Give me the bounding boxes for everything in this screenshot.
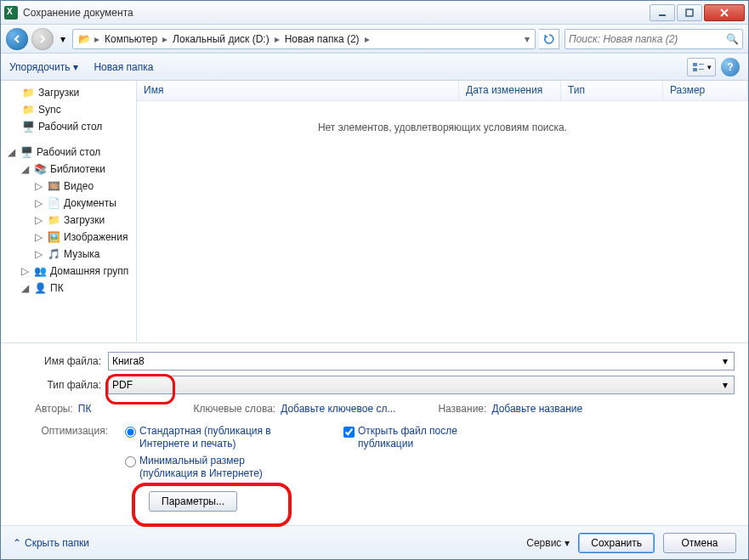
authors-label: Авторы:: [35, 403, 73, 415]
cancel-button[interactable]: Отмена: [663, 533, 736, 553]
filetype-combo[interactable]: PDF ▾: [108, 376, 735, 394]
folder-icon: 📁: [21, 86, 35, 99]
tree-desktop-root[interactable]: ◢🖥️Рабочий стол: [1, 144, 136, 161]
navbar: ▾ 📂 ▸ Компьютер ▸ Локальный диск (D:) ▸ …: [1, 25, 748, 54]
homegroup-icon: 👥: [33, 264, 47, 278]
organize-menu[interactable]: Упорядочить ▾: [9, 61, 78, 73]
chevron-down-icon[interactable]: ▾: [718, 354, 732, 368]
main-area: 📁Загрузки 📁Sync 🖥️Рабочий стол ◢🖥️Рабочи…: [1, 81, 748, 342]
service-label: Сервис: [526, 537, 561, 549]
window-title: Сохранение документа: [23, 7, 648, 19]
tree-pc[interactable]: ◢👤ПК: [1, 280, 136, 297]
filetype-value: PDF: [112, 379, 133, 391]
tree-label: Рабочий стол: [37, 146, 100, 158]
breadcrumb-sep-icon[interactable]: ▸: [161, 33, 169, 45]
caret-icon[interactable]: ▷: [35, 197, 43, 209]
caret-icon[interactable]: ◢: [21, 163, 30, 175]
keywords-link[interactable]: Добавьте ключевое сл...: [281, 403, 395, 415]
refresh-button[interactable]: [539, 29, 559, 49]
titlebar: Сохранение документа: [1, 1, 748, 25]
folder-root-icon[interactable]: 📂: [77, 33, 93, 45]
breadcrumb-dropdown-icon[interactable]: ▾: [523, 33, 531, 45]
filename-input[interactable]: [112, 355, 730, 367]
col-type[interactable]: Тип: [561, 81, 663, 100]
breadcrumb-sep-icon[interactable]: ▸: [363, 33, 372, 45]
opt-standard-radio[interactable]: Стандартная (публикация в Интернете и пе…: [125, 425, 292, 451]
tree-sync[interactable]: 📁Sync: [1, 101, 136, 118]
history-dropdown[interactable]: ▾: [57, 28, 69, 50]
title-link[interactable]: Добавьте название: [491, 403, 582, 415]
image-icon: 🖼️: [47, 230, 60, 244]
back-button[interactable]: [6, 28, 28, 50]
view-mode-button[interactable]: ▾: [687, 58, 716, 76]
breadcrumb-sep-icon[interactable]: ▸: [273, 33, 281, 45]
help-button[interactable]: ?: [721, 58, 740, 76]
breadcrumb-computer[interactable]: Компьютер: [101, 33, 161, 45]
search-box[interactable]: 🔍: [565, 29, 743, 49]
organize-label: Упорядочить: [9, 61, 70, 73]
folder-tree[interactable]: 📁Загрузки 📁Sync 🖥️Рабочий стол ◢🖥️Рабочи…: [1, 81, 137, 342]
chevron-down-icon: ▾: [707, 63, 712, 71]
minimize-button[interactable]: [650, 4, 675, 21]
filename-combo[interactable]: ▾: [108, 352, 735, 371]
file-list: Имя Дата изменения Тип Размер Нет элемен…: [137, 81, 748, 342]
forward-button[interactable]: [31, 28, 54, 50]
save-button[interactable]: Сохранить: [578, 533, 655, 553]
close-button[interactable]: [704, 4, 745, 21]
col-date[interactable]: Дата изменения: [459, 81, 561, 100]
new-folder-label: Новая папка: [94, 61, 153, 73]
chevron-down-icon: ▾: [565, 537, 570, 549]
tree-images[interactable]: ▷🖼️Изображения: [1, 229, 136, 246]
svg-rect-5: [699, 69, 704, 70]
tree-video[interactable]: ▷🎞️Видео: [1, 178, 136, 195]
radio-minimal[interactable]: [125, 456, 136, 467]
tree-documents[interactable]: ▷📄Документы: [1, 195, 136, 212]
tree-desktop[interactable]: 🖥️Рабочий стол: [1, 118, 136, 135]
chevron-down-icon[interactable]: ▾: [718, 378, 732, 392]
caret-icon[interactable]: ▷: [35, 214, 43, 226]
caret-icon[interactable]: ◢: [21, 282, 30, 294]
search-input[interactable]: [569, 33, 726, 45]
tree-label: Изображения: [64, 231, 128, 243]
authors-link[interactable]: ПК: [78, 403, 92, 415]
breadcrumb-sep-icon[interactable]: ▸: [93, 33, 101, 45]
opt-min-radio[interactable]: Минимальный размер (публикация в Интерне…: [125, 455, 292, 481]
search-icon[interactable]: 🔍: [726, 33, 739, 45]
tree-label: Загрузки: [38, 87, 79, 99]
tree-label: Музыка: [64, 248, 99, 260]
video-icon: 🎞️: [47, 179, 60, 193]
maximize-button[interactable]: [677, 4, 702, 21]
caret-icon[interactable]: ▷: [35, 248, 43, 260]
open-after-check[interactable]: Открыть файл после публикации: [343, 425, 494, 451]
breadcrumb-drive[interactable]: Локальный диск (D:): [169, 33, 273, 45]
tree-label: Документы: [64, 197, 116, 209]
tree-music[interactable]: ▷🎵Музыка: [1, 246, 136, 263]
desktop-icon: 🖥️: [20, 145, 33, 159]
app-icon: [4, 6, 18, 20]
user-icon: 👤: [33, 281, 47, 295]
new-folder-button[interactable]: Новая папка: [94, 61, 153, 73]
col-size[interactable]: Размер: [663, 81, 748, 100]
radio-standard[interactable]: [125, 427, 136, 438]
toolbar: Упорядочить ▾ Новая папка ▾ ?: [1, 54, 748, 81]
tree-downloads[interactable]: 📁Загрузки: [1, 84, 136, 101]
svg-rect-2: [693, 63, 697, 66]
col-name[interactable]: Имя: [137, 81, 459, 100]
service-menu[interactable]: Сервис ▾: [526, 537, 570, 549]
breadcrumb-folder[interactable]: Новая папка (2): [281, 33, 363, 45]
caret-icon[interactable]: ▷: [21, 265, 30, 277]
caret-icon[interactable]: ▷: [35, 231, 43, 243]
breadcrumb[interactable]: 📂 ▸ Компьютер ▸ Локальный диск (D:) ▸ Но…: [72, 29, 536, 49]
hide-folders-button[interactable]: ⌃ Скрыть папки: [13, 537, 89, 549]
caret-icon[interactable]: ▷: [35, 180, 43, 192]
save-form: Имя файла: ▾ Тип файла: PDF ▾ Авторы: ПК…: [1, 343, 748, 525]
caret-icon[interactable]: ◢: [8, 146, 16, 158]
tree-homegroup[interactable]: ▷👥Домашняя групп: [1, 263, 136, 280]
params-button[interactable]: Параметры...: [149, 491, 237, 512]
tree-libraries[interactable]: ◢📚Библиотеки: [1, 161, 136, 178]
tree-downloads2[interactable]: ▷📁Загрузки: [1, 212, 136, 229]
footer: ⌃ Скрыть папки Сервис ▾ Сохранить Отмена: [1, 525, 748, 559]
title-meta-label: Название:: [438, 403, 486, 415]
open-after-label: Открыть файл после публикации: [358, 425, 494, 451]
checkbox-open-after[interactable]: [343, 427, 355, 438]
